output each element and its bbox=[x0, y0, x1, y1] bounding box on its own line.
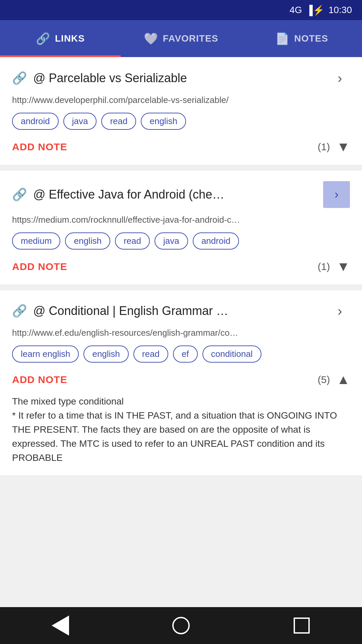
card-conditional-grammar: 🔗 @ Conditional | English Grammar … › ht… bbox=[0, 290, 362, 476]
card1-arrow-button[interactable]: › bbox=[330, 68, 350, 88]
status-icons: 4G ▐⚡ 10:30 bbox=[290, 5, 352, 16]
card3-chevron[interactable]: ▲ bbox=[337, 372, 350, 387]
recent-icon bbox=[294, 618, 310, 634]
card2-chevron[interactable]: ▼ bbox=[337, 259, 350, 274]
tab-favorites[interactable]: 🤍 FAVORITES bbox=[121, 20, 241, 57]
tag-medium-2[interactable]: medium bbox=[12, 232, 60, 250]
tag-learn-english-3[interactable]: learn english bbox=[12, 345, 79, 363]
card1-footer: ADD NOTE (1) ▼ bbox=[12, 139, 350, 154]
tag-java-1[interactable]: java bbox=[63, 113, 97, 130]
card3-arrow-button[interactable]: › bbox=[330, 301, 350, 321]
notes-icon: 📄 bbox=[275, 32, 290, 45]
bottom-nav bbox=[0, 607, 362, 644]
card1-header: 🔗 @ Parcelable vs Serializable › bbox=[12, 68, 350, 88]
card2-title: @ Effective Java for Android (che… bbox=[33, 187, 319, 202]
card1-tags: android java read english bbox=[12, 113, 350, 130]
card1-footer-right: (1) ▼ bbox=[318, 139, 350, 154]
card2-footer: ADD NOTE (1) ▼ bbox=[12, 259, 350, 274]
back-icon bbox=[52, 615, 69, 636]
cards-container: 🔗 @ Parcelable vs Serializable › http://… bbox=[0, 57, 362, 476]
card3-header: 🔗 @ Conditional | English Grammar … › bbox=[12, 301, 350, 321]
add-note-button-2[interactable]: ADD NOTE bbox=[12, 261, 67, 272]
card3-title: @ Conditional | English Grammar … bbox=[33, 304, 326, 318]
tag-read-2[interactable]: read bbox=[115, 232, 150, 250]
nav-home-button[interactable] bbox=[171, 615, 191, 636]
card2-footer-right: (1) ▼ bbox=[318, 259, 350, 274]
card1-chevron[interactable]: ▼ bbox=[337, 139, 350, 154]
tag-english-2[interactable]: english bbox=[65, 232, 110, 250]
tag-ef-3[interactable]: ef bbox=[173, 345, 198, 363]
links-icon: 🔗 bbox=[36, 32, 50, 45]
add-note-button-3[interactable]: ADD NOTE bbox=[12, 374, 67, 385]
card1-url: http://www.developerphil.com/parcelable-… bbox=[12, 95, 350, 105]
card3-footer: ADD NOTE (5) ▲ bbox=[12, 372, 350, 387]
status-bar: 4G ▐⚡ 10:30 bbox=[0, 0, 362, 20]
tag-read-1[interactable]: read bbox=[101, 113, 136, 130]
card3-footer-right: (5) ▲ bbox=[318, 372, 350, 387]
tab-links[interactable]: 🔗 LINKS bbox=[0, 20, 121, 57]
card3-note-content: The mixed type conditional* It refer to … bbox=[12, 394, 350, 465]
card2-header: 🔗 @ Effective Java for Android (che… › bbox=[12, 181, 350, 208]
card-parcelable: 🔗 @ Parcelable vs Serializable › http://… bbox=[0, 57, 362, 165]
tab-notes-label: NOTES bbox=[294, 33, 328, 44]
card3-note-count: (5) bbox=[318, 374, 330, 385]
tab-notes[interactable]: 📄 NOTES bbox=[241, 20, 362, 57]
tag-conditional-3[interactable]: conditional bbox=[202, 345, 261, 363]
card2-arrow-button[interactable]: › bbox=[323, 181, 350, 208]
nav-back-button[interactable] bbox=[50, 615, 70, 636]
tag-android-2[interactable]: android bbox=[193, 232, 239, 250]
signal-indicator: 4G bbox=[290, 5, 302, 15]
battery-indicator: ▐⚡ bbox=[306, 5, 324, 16]
card3-link-icon: 🔗 bbox=[12, 304, 27, 318]
add-note-button-1[interactable]: ADD NOTE bbox=[12, 141, 67, 153]
card2-link-icon: 🔗 bbox=[12, 187, 27, 202]
tag-android-1[interactable]: android bbox=[12, 113, 59, 130]
card3-tags: learn english english read ef conditiona… bbox=[12, 345, 350, 363]
tab-links-label: LINKS bbox=[55, 33, 85, 44]
card3-url: http://www.ef.edu/english-resources/engl… bbox=[12, 328, 350, 338]
time-display: 10:30 bbox=[328, 5, 352, 15]
tag-java-2[interactable]: java bbox=[155, 232, 188, 250]
favorites-icon: 🤍 bbox=[144, 32, 158, 45]
nav-recent-button[interactable] bbox=[292, 615, 312, 636]
card2-url: https://medium.com/rocknnull/effective-j… bbox=[12, 215, 350, 225]
card1-link-icon: 🔗 bbox=[12, 71, 27, 85]
card1-note-count: (1) bbox=[318, 141, 330, 153]
card-effective-java: 🔗 @ Effective Java for Android (che… › h… bbox=[0, 170, 362, 285]
tag-english-1[interactable]: english bbox=[141, 113, 186, 130]
card2-note-count: (1) bbox=[318, 261, 330, 272]
home-icon bbox=[172, 617, 190, 634]
tag-read-3[interactable]: read bbox=[133, 345, 168, 363]
tab-bar: 🔗 LINKS 🤍 FAVORITES 📄 NOTES bbox=[0, 20, 362, 57]
card2-tags: medium english read java android bbox=[12, 232, 350, 250]
tab-favorites-label: FAVORITES bbox=[163, 33, 219, 44]
tag-english-3[interactable]: english bbox=[83, 345, 128, 363]
card1-title: @ Parcelable vs Serializable bbox=[33, 71, 326, 85]
